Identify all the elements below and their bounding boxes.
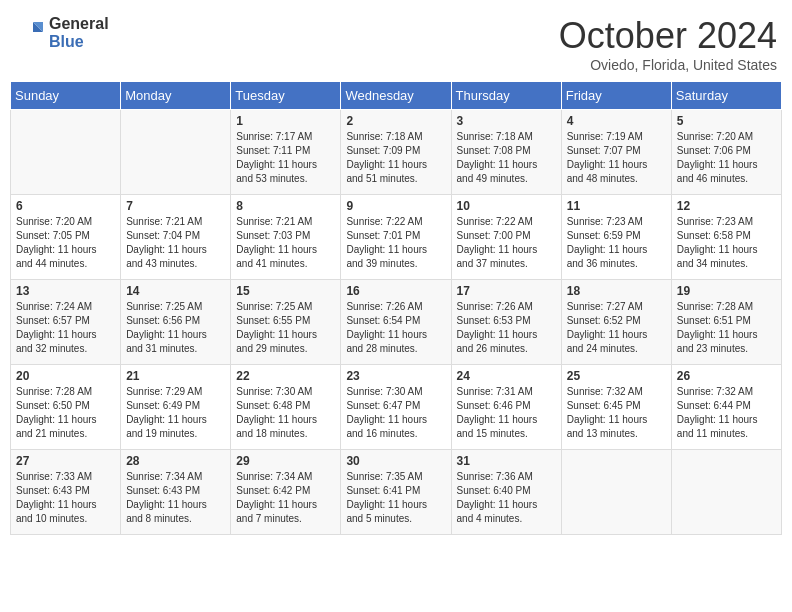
day-info: Sunrise: 7:32 AM Sunset: 6:44 PM Dayligh…	[677, 385, 776, 441]
calendar-cell: 30Sunrise: 7:35 AM Sunset: 6:41 PM Dayli…	[341, 450, 451, 535]
day-info: Sunrise: 7:32 AM Sunset: 6:45 PM Dayligh…	[567, 385, 666, 441]
day-number: 5	[677, 114, 776, 128]
weekday-header: Wednesday	[341, 82, 451, 110]
weekday-header: Friday	[561, 82, 671, 110]
calendar-cell: 4Sunrise: 7:19 AM Sunset: 7:07 PM Daylig…	[561, 110, 671, 195]
calendar-cell: 31Sunrise: 7:36 AM Sunset: 6:40 PM Dayli…	[451, 450, 561, 535]
day-number: 27	[16, 454, 115, 468]
day-info: Sunrise: 7:27 AM Sunset: 6:52 PM Dayligh…	[567, 300, 666, 356]
calendar-cell: 8Sunrise: 7:21 AM Sunset: 7:03 PM Daylig…	[231, 195, 341, 280]
calendar-cell: 10Sunrise: 7:22 AM Sunset: 7:00 PM Dayli…	[451, 195, 561, 280]
day-info: Sunrise: 7:24 AM Sunset: 6:57 PM Dayligh…	[16, 300, 115, 356]
day-number: 6	[16, 199, 115, 213]
weekday-header: Saturday	[671, 82, 781, 110]
calendar-cell: 14Sunrise: 7:25 AM Sunset: 6:56 PM Dayli…	[121, 280, 231, 365]
calendar-week-row: 20Sunrise: 7:28 AM Sunset: 6:50 PM Dayli…	[11, 365, 782, 450]
day-number: 15	[236, 284, 335, 298]
day-info: Sunrise: 7:20 AM Sunset: 7:05 PM Dayligh…	[16, 215, 115, 271]
day-info: Sunrise: 7:22 AM Sunset: 7:00 PM Dayligh…	[457, 215, 556, 271]
day-number: 8	[236, 199, 335, 213]
day-info: Sunrise: 7:33 AM Sunset: 6:43 PM Dayligh…	[16, 470, 115, 526]
calendar-cell: 21Sunrise: 7:29 AM Sunset: 6:49 PM Dayli…	[121, 365, 231, 450]
day-info: Sunrise: 7:28 AM Sunset: 6:50 PM Dayligh…	[16, 385, 115, 441]
logo-blue-text: Blue	[49, 33, 109, 51]
calendar-cell: 11Sunrise: 7:23 AM Sunset: 6:59 PM Dayli…	[561, 195, 671, 280]
calendar-cell: 1Sunrise: 7:17 AM Sunset: 7:11 PM Daylig…	[231, 110, 341, 195]
logo-text: General Blue	[49, 15, 109, 50]
calendar-cell	[11, 110, 121, 195]
logo-general-text: General	[49, 15, 109, 33]
day-info: Sunrise: 7:26 AM Sunset: 6:54 PM Dayligh…	[346, 300, 445, 356]
calendar-cell: 5Sunrise: 7:20 AM Sunset: 7:06 PM Daylig…	[671, 110, 781, 195]
day-number: 14	[126, 284, 225, 298]
day-number: 7	[126, 199, 225, 213]
calendar-cell: 25Sunrise: 7:32 AM Sunset: 6:45 PM Dayli…	[561, 365, 671, 450]
day-number: 20	[16, 369, 115, 383]
day-info: Sunrise: 7:25 AM Sunset: 6:56 PM Dayligh…	[126, 300, 225, 356]
calendar-cell: 3Sunrise: 7:18 AM Sunset: 7:08 PM Daylig…	[451, 110, 561, 195]
calendar-cell: 26Sunrise: 7:32 AM Sunset: 6:44 PM Dayli…	[671, 365, 781, 450]
day-info: Sunrise: 7:22 AM Sunset: 7:01 PM Dayligh…	[346, 215, 445, 271]
weekday-header: Tuesday	[231, 82, 341, 110]
day-info: Sunrise: 7:23 AM Sunset: 6:59 PM Dayligh…	[567, 215, 666, 271]
calendar-cell: 12Sunrise: 7:23 AM Sunset: 6:58 PM Dayli…	[671, 195, 781, 280]
calendar-week-row: 13Sunrise: 7:24 AM Sunset: 6:57 PM Dayli…	[11, 280, 782, 365]
calendar-cell: 2Sunrise: 7:18 AM Sunset: 7:09 PM Daylig…	[341, 110, 451, 195]
day-number: 10	[457, 199, 556, 213]
calendar-cell: 20Sunrise: 7:28 AM Sunset: 6:50 PM Dayli…	[11, 365, 121, 450]
calendar-cell: 6Sunrise: 7:20 AM Sunset: 7:05 PM Daylig…	[11, 195, 121, 280]
month-title: October 2024	[559, 15, 777, 57]
day-info: Sunrise: 7:31 AM Sunset: 6:46 PM Dayligh…	[457, 385, 556, 441]
day-info: Sunrise: 7:30 AM Sunset: 6:47 PM Dayligh…	[346, 385, 445, 441]
calendar-cell: 16Sunrise: 7:26 AM Sunset: 6:54 PM Dayli…	[341, 280, 451, 365]
day-number: 1	[236, 114, 335, 128]
day-number: 17	[457, 284, 556, 298]
calendar-cell: 28Sunrise: 7:34 AM Sunset: 6:43 PM Dayli…	[121, 450, 231, 535]
day-number: 23	[346, 369, 445, 383]
day-number: 3	[457, 114, 556, 128]
day-info: Sunrise: 7:34 AM Sunset: 6:42 PM Dayligh…	[236, 470, 335, 526]
calendar-cell: 18Sunrise: 7:27 AM Sunset: 6:52 PM Dayli…	[561, 280, 671, 365]
day-number: 4	[567, 114, 666, 128]
calendar-cell: 17Sunrise: 7:26 AM Sunset: 6:53 PM Dayli…	[451, 280, 561, 365]
day-info: Sunrise: 7:34 AM Sunset: 6:43 PM Dayligh…	[126, 470, 225, 526]
day-number: 31	[457, 454, 556, 468]
calendar-week-row: 6Sunrise: 7:20 AM Sunset: 7:05 PM Daylig…	[11, 195, 782, 280]
day-number: 12	[677, 199, 776, 213]
calendar-cell: 27Sunrise: 7:33 AM Sunset: 6:43 PM Dayli…	[11, 450, 121, 535]
day-number: 18	[567, 284, 666, 298]
calendar-cell: 7Sunrise: 7:21 AM Sunset: 7:04 PM Daylig…	[121, 195, 231, 280]
day-number: 16	[346, 284, 445, 298]
calendar-cell: 24Sunrise: 7:31 AM Sunset: 6:46 PM Dayli…	[451, 365, 561, 450]
day-info: Sunrise: 7:36 AM Sunset: 6:40 PM Dayligh…	[457, 470, 556, 526]
calendar-cell: 23Sunrise: 7:30 AM Sunset: 6:47 PM Dayli…	[341, 365, 451, 450]
calendar-cell: 9Sunrise: 7:22 AM Sunset: 7:01 PM Daylig…	[341, 195, 451, 280]
calendar-cell: 13Sunrise: 7:24 AM Sunset: 6:57 PM Dayli…	[11, 280, 121, 365]
day-info: Sunrise: 7:18 AM Sunset: 7:09 PM Dayligh…	[346, 130, 445, 186]
day-info: Sunrise: 7:35 AM Sunset: 6:41 PM Dayligh…	[346, 470, 445, 526]
calendar-week-row: 1Sunrise: 7:17 AM Sunset: 7:11 PM Daylig…	[11, 110, 782, 195]
calendar-cell	[561, 450, 671, 535]
calendar-cell	[121, 110, 231, 195]
day-number: 2	[346, 114, 445, 128]
day-info: Sunrise: 7:21 AM Sunset: 7:03 PM Dayligh…	[236, 215, 335, 271]
day-number: 11	[567, 199, 666, 213]
day-info: Sunrise: 7:23 AM Sunset: 6:58 PM Dayligh…	[677, 215, 776, 271]
calendar-cell: 22Sunrise: 7:30 AM Sunset: 6:48 PM Dayli…	[231, 365, 341, 450]
calendar-cell: 29Sunrise: 7:34 AM Sunset: 6:42 PM Dayli…	[231, 450, 341, 535]
day-info: Sunrise: 7:17 AM Sunset: 7:11 PM Dayligh…	[236, 130, 335, 186]
day-info: Sunrise: 7:18 AM Sunset: 7:08 PM Dayligh…	[457, 130, 556, 186]
day-info: Sunrise: 7:25 AM Sunset: 6:55 PM Dayligh…	[236, 300, 335, 356]
day-number: 30	[346, 454, 445, 468]
title-section: October 2024 Oviedo, Florida, United Sta…	[559, 15, 777, 73]
day-number: 22	[236, 369, 335, 383]
weekday-header: Thursday	[451, 82, 561, 110]
day-info: Sunrise: 7:19 AM Sunset: 7:07 PM Dayligh…	[567, 130, 666, 186]
day-info: Sunrise: 7:20 AM Sunset: 7:06 PM Dayligh…	[677, 130, 776, 186]
day-number: 21	[126, 369, 225, 383]
day-number: 28	[126, 454, 225, 468]
day-number: 9	[346, 199, 445, 213]
day-info: Sunrise: 7:26 AM Sunset: 6:53 PM Dayligh…	[457, 300, 556, 356]
day-number: 13	[16, 284, 115, 298]
calendar-cell: 19Sunrise: 7:28 AM Sunset: 6:51 PM Dayli…	[671, 280, 781, 365]
